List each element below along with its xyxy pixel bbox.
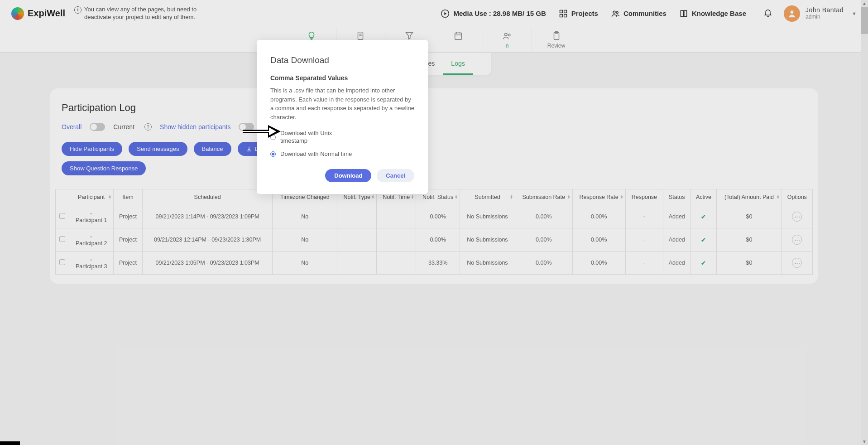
- balance-button[interactable]: Balance: [194, 142, 231, 156]
- table-header-row: Participant▲▼ Item Scheduled Timezone Ch…: [56, 189, 813, 205]
- cell-submission-rate: 0.00%: [515, 228, 572, 252]
- svg-marker-1: [445, 12, 447, 15]
- cell-notif-status: 33.33%: [416, 252, 460, 275]
- cell-item: Project: [114, 228, 143, 252]
- check-icon: ✔: [701, 260, 706, 266]
- show-question-response-button[interactable]: Show Question Response: [62, 161, 146, 175]
- expand-row-icon[interactable]: ⌄: [73, 210, 110, 216]
- cell-scheduled: 09/21/2023 1:05PM - 09/23/2023 1:03PM: [142, 252, 273, 275]
- nav-communities[interactable]: Communities: [611, 9, 667, 18]
- svg-point-9: [791, 10, 794, 14]
- participants-table: Participant▲▼ Item Scheduled Timezone Ch…: [55, 189, 813, 275]
- secnav-people[interactable]: n: [483, 27, 532, 52]
- svg-point-6: [613, 11, 615, 13]
- cell-amount: $0: [717, 205, 782, 228]
- cell-status: Added: [663, 252, 691, 275]
- user-menu[interactable]: John Bantad admin ▼: [784, 5, 857, 22]
- radio-normal-row[interactable]: Download with Normal time: [270, 150, 414, 158]
- nav-projects[interactable]: Projects: [559, 9, 598, 18]
- bottom-strip: [0, 441, 20, 445]
- col-amount[interactable]: (Total) Amount Paid▲▼: [717, 189, 782, 205]
- check-icon: ✔: [701, 214, 706, 220]
- brand-logo[interactable]: ExpiWell: [11, 7, 65, 20]
- tab-logs[interactable]: Logs: [443, 53, 473, 75]
- col-item: Item: [114, 189, 143, 205]
- filter-current-label: Current: [113, 123, 134, 131]
- radio-normal[interactable]: [270, 151, 276, 157]
- radio-unix-label: Download with Unix timestamp: [280, 130, 353, 145]
- calendar-icon: [453, 31, 463, 41]
- cell-scheduled: 09/21/2023 1:14PM - 09/23/2023 1:09PM: [142, 205, 273, 228]
- book-icon: [679, 9, 688, 18]
- cell-response: -: [625, 228, 663, 252]
- table-row: ⌄Participant 3 Project 09/21/2023 1:05PM…: [56, 252, 813, 275]
- expand-row-icon[interactable]: ⌄: [73, 256, 110, 262]
- nav-knowledge-base[interactable]: Knowledge Base: [679, 9, 746, 18]
- overall-toggle[interactable]: [90, 123, 105, 131]
- radio-unix-row[interactable]: Download with Unix timestamp: [270, 130, 414, 145]
- send-messages-button[interactable]: Send messages: [129, 142, 187, 156]
- row-checkbox[interactable]: [59, 213, 65, 219]
- svg-rect-5: [564, 14, 566, 17]
- page-scrollbar[interactable]: ▲ ▼: [861, 0, 868, 445]
- row-options-button[interactable]: ⋯: [792, 212, 802, 222]
- row-checkbox[interactable]: [59, 236, 65, 242]
- col-submission-rate[interactable]: Submission Rate▲▼: [515, 189, 572, 205]
- cell-submitted: No Submissions: [460, 205, 515, 228]
- col-submitted[interactable]: Submitted▲▼: [460, 189, 515, 205]
- cell-timezone: No: [273, 252, 337, 275]
- secnav-schedule[interactable]: [434, 27, 483, 52]
- row-options-button[interactable]: ⋯: [792, 235, 802, 245]
- svg-point-17: [505, 33, 508, 36]
- svg-rect-13: [455, 33, 462, 39]
- modal-description: This is a .csv file that can be imported…: [270, 86, 414, 121]
- media-use-link[interactable]: Media Use : 28.98 MB/ 15 GB: [441, 9, 546, 18]
- clipboard-icon: [551, 31, 561, 41]
- svg-rect-2: [560, 10, 562, 13]
- filter-overall-label: Overall: [62, 123, 82, 131]
- download-button[interactable]: Download: [325, 169, 371, 182]
- cell-status: Added: [663, 228, 691, 252]
- filter-row: Overall Current ? Show hidden participan…: [55, 123, 813, 131]
- avatar: [784, 5, 800, 22]
- help-icon[interactable]: ?: [144, 123, 152, 131]
- notifications-bell-icon[interactable]: [763, 9, 772, 18]
- participant-name: Participant 3: [76, 263, 107, 270]
- page-title: Participation Log: [55, 102, 813, 114]
- hide-participants-button[interactable]: Hide Participants: [62, 142, 122, 156]
- expand-row-icon[interactable]: ⌄: [73, 233, 110, 239]
- info-icon: i: [74, 6, 82, 14]
- cell-submission-rate: 0.00%: [515, 252, 572, 275]
- chevron-down-icon: ▼: [852, 11, 857, 16]
- brand-name: ExpiWell: [28, 8, 65, 19]
- cell-scheduled: 09/21/2023 12:14PM - 09/23/2023 1:30PM: [142, 228, 273, 252]
- cell-submission-rate: 0.00%: [515, 205, 572, 228]
- annotation-arrow-icon: [241, 122, 282, 140]
- cell-notif-status: 0.00%: [416, 228, 460, 252]
- cell-response-rate: 0.00%: [572, 205, 625, 228]
- row-options-button[interactable]: ⋯: [792, 258, 802, 268]
- col-options: Options: [782, 189, 812, 205]
- svg-point-18: [508, 34, 510, 36]
- grid-icon: [559, 9, 568, 18]
- cancel-button[interactable]: Cancel: [377, 169, 414, 182]
- users-icon: [611, 9, 620, 18]
- cell-submitted: No Submissions: [460, 252, 515, 275]
- people-icon: [502, 31, 512, 41]
- svg-rect-3: [564, 10, 566, 13]
- cell-notif-status: 0.00%: [416, 205, 460, 228]
- lightbulb-icon: [307, 31, 317, 41]
- download-icon: [246, 146, 252, 152]
- data-download-modal: Data Download Comma Separated Values Thi…: [257, 40, 428, 194]
- col-response-rate[interactable]: Response Rate▲▼: [572, 189, 625, 205]
- secnav-review[interactable]: Review: [532, 27, 581, 52]
- brand-logo-icon: [11, 7, 24, 20]
- col-response: Response: [625, 189, 663, 205]
- col-scheduled: Scheduled: [142, 189, 273, 205]
- modal-title: Data Download: [270, 55, 414, 65]
- participant-name: Participant 1: [76, 217, 107, 223]
- col-participant[interactable]: Participant▲▼: [69, 189, 114, 205]
- svg-point-7: [616, 11, 618, 13]
- cell-response-rate: 0.00%: [572, 252, 625, 275]
- row-checkbox[interactable]: [59, 259, 65, 265]
